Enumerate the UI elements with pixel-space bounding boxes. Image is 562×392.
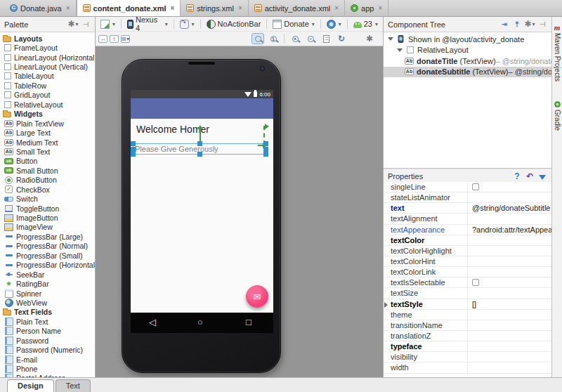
- palette-item-spinner[interactable]: Spinner: [0, 289, 95, 298]
- tree-row-donatetitle[interactable]: donateTitle(TextView)@string/donateTitle: [384, 55, 551, 67]
- zoom-out-button[interactable]: −: [304, 33, 317, 44]
- property-row-textappearance[interactable]: textAppearance?android:attr/textAppearan…: [384, 225, 551, 235]
- recents-icon[interactable]: [246, 318, 251, 327]
- device-screen[interactable]: 6:00 Welcome Homer: [131, 90, 273, 333]
- palette-item-medium-text[interactable]: Medium Text: [0, 138, 95, 147]
- palette-item-small-button[interactable]: Small Button: [0, 166, 95, 175]
- palette-hide-icon[interactable]: ⊣: [81, 20, 91, 30]
- property-row-visibility[interactable]: visibility: [384, 352, 551, 362]
- hide-panel-icon[interactable]: ⊣: [537, 20, 547, 30]
- restore-defaults-icon[interactable]: [525, 171, 535, 181]
- palette-item-postal-address[interactable]: Postal Address: [0, 374, 95, 377]
- resize-handle-ne[interactable]: [263, 141, 268, 146]
- property-value[interactable]: @string/donateSubtitle: [468, 204, 551, 212]
- zoom-in-button[interactable]: +: [289, 33, 301, 44]
- expander-icon[interactable]: [384, 302, 388, 308]
- checkbox[interactable]: [472, 279, 479, 286]
- match-constraint-vertical-icon[interactable]: ↕: [110, 35, 119, 43]
- palette-item-phone[interactable]: Phone: [0, 364, 95, 373]
- property-value[interactable]: ?android:attr/textAppearance: [468, 226, 551, 234]
- palette-item-layouts[interactable]: Layouts: [0, 34, 95, 43]
- preview-xml-button[interactable]: [320, 33, 332, 44]
- palette-item-small-text[interactable]: Small Text: [0, 147, 95, 156]
- tool-window-button-maven-projects[interactable]: Maven Projects: [554, 24, 561, 81]
- palette-item-checkbox[interactable]: CheckBox: [0, 185, 95, 194]
- collapse-all-icon[interactable]: ⤒: [512, 20, 522, 30]
- palette-item-imagebutton[interactable]: ImageButton: [0, 213, 95, 222]
- palette-item-widgets[interactable]: Widgets: [0, 110, 95, 119]
- palette-item-linearlayout-vertical-[interactable]: LinearLayout (Vertical): [0, 62, 95, 71]
- property-row-transitionname[interactable]: transitionName: [384, 320, 551, 331]
- palette-item-ratingbar[interactable]: RatingBar: [0, 279, 95, 288]
- property-row-textisselectable[interactable]: textIsSelectable: [384, 277, 551, 288]
- palette-settings-gear-icon[interactable]: [68, 20, 78, 30]
- close-tab-icon[interactable]: [334, 4, 339, 12]
- resize-handle-e[interactable]: [263, 147, 268, 152]
- palette-item-togglebutton[interactable]: ToggleButton: [0, 204, 95, 213]
- property-row-textcolor[interactable]: textColor: [384, 235, 551, 246]
- property-row-textsize[interactable]: textSize: [384, 288, 551, 299]
- palette-item-imageview[interactable]: ImageView: [0, 223, 95, 232]
- property-row-theme[interactable]: theme: [384, 310, 551, 320]
- property-row-textstyle[interactable]: textStyle[]: [384, 299, 551, 310]
- api-level-selector[interactable]: 23: [351, 19, 380, 29]
- palette-item-webview[interactable]: WebView: [0, 298, 95, 307]
- palette-item-relativelayout[interactable]: RelativeLayout: [0, 100, 95, 109]
- property-row-text[interactable]: text@string/donateSubtitle: [384, 203, 551, 214]
- help-icon[interactable]: ?: [512, 171, 522, 181]
- filter-icon[interactable]: [537, 171, 547, 181]
- palette-item-switch[interactable]: Switch: [0, 194, 95, 203]
- palette-item-progressbar-large-[interactable]: ProgressBar (Large): [0, 232, 95, 241]
- expander-icon[interactable]: [397, 48, 403, 52]
- palette-item-linearlayout-horizontal-[interactable]: LinearLayout (Horizontal): [0, 53, 95, 62]
- editor-tab-activity_donate-xml[interactable]: activity_donate.xml: [249, 0, 345, 16]
- property-value[interactable]: [468, 279, 551, 286]
- resize-handle-se[interactable]: [263, 152, 268, 157]
- settings-button[interactable]: [363, 33, 376, 44]
- palette-item-progressbar-horizontal-[interactable]: ProgressBar (Horizontal): [0, 261, 95, 270]
- floating-action-button[interactable]: [246, 285, 268, 308]
- close-tab-icon[interactable]: [378, 4, 382, 12]
- tree-settings-gear-icon[interactable]: [525, 20, 535, 30]
- close-tab-icon[interactable]: [238, 4, 242, 12]
- design-surface-button[interactable]: [98, 19, 117, 30]
- palette-item-plain-textview[interactable]: Plain TextView: [0, 119, 95, 128]
- property-row-translationz[interactable]: translationZ: [384, 331, 551, 341]
- palette-item-e-mail[interactable]: E-mail: [0, 355, 95, 364]
- layout-content[interactable]: Welcome Homer: [131, 119, 273, 313]
- design-surface[interactable]: 6:00 Welcome Homer: [96, 46, 383, 377]
- back-icon[interactable]: [149, 318, 156, 327]
- tool-window-button-gradle[interactable]: Gradle: [554, 101, 561, 131]
- palette-item-text-fields[interactable]: Text Fields: [0, 308, 95, 317]
- mode-tab-design[interactable]: Design: [7, 379, 54, 392]
- property-row-singleline[interactable]: singleLine: [384, 182, 551, 192]
- editor-tab-donate-java[interactable]: Donate.java: [4, 0, 77, 16]
- palette-item-radiobutton[interactable]: RadioButton: [0, 176, 95, 185]
- tree-row-shown-in-layout-activity_donate[interactable]: Shown in @layout/activity_donate: [384, 34, 551, 45]
- property-row-textalignment[interactable]: textAlignment: [384, 214, 551, 224]
- close-tab-icon[interactable]: [170, 4, 174, 12]
- property-row-width[interactable]: width: [384, 362, 551, 373]
- checkbox[interactable]: [472, 183, 479, 190]
- zoom-fit-button[interactable]: [251, 33, 264, 44]
- palette-item-seekbar[interactable]: SeekBar: [0, 270, 95, 279]
- editor-tab-strings-xml[interactable]: strings.xml: [181, 0, 248, 16]
- palette-item-person-name[interactable]: Person Name: [0, 327, 95, 336]
- close-tab-icon[interactable]: [66, 4, 70, 12]
- property-row-textcolorlink[interactable]: textColorLink: [384, 267, 551, 277]
- palette-item-progressbar-normal-[interactable]: ProgressBar (Normal): [0, 242, 95, 251]
- palette-item-password[interactable]: Password: [0, 336, 95, 345]
- zoom-actual-button[interactable]: 1: [267, 33, 280, 44]
- palette-item-framelayout[interactable]: FrameLayout: [0, 43, 95, 52]
- donate-subtitle-textview[interactable]: Please Give Generously: [135, 145, 218, 153]
- property-row-statelistanimator[interactable]: stateListAnimator: [384, 192, 551, 203]
- palette-item-gridlayout[interactable]: GridLayout: [0, 91, 95, 100]
- property-row-typeface[interactable]: typeface: [384, 341, 551, 352]
- editor-tab-content_donate-xml[interactable]: content_donate.xml: [77, 0, 181, 16]
- activity-selector[interactable]: Donate: [270, 19, 317, 30]
- editor-tab-app[interactable]: app: [345, 0, 388, 16]
- property-value[interactable]: [468, 183, 551, 190]
- palette-item-password-numeric-[interactable]: Password (Numeric): [0, 345, 95, 354]
- expander-icon[interactable]: [388, 37, 393, 41]
- theme-selector[interactable]: NoActionBar: [204, 19, 263, 30]
